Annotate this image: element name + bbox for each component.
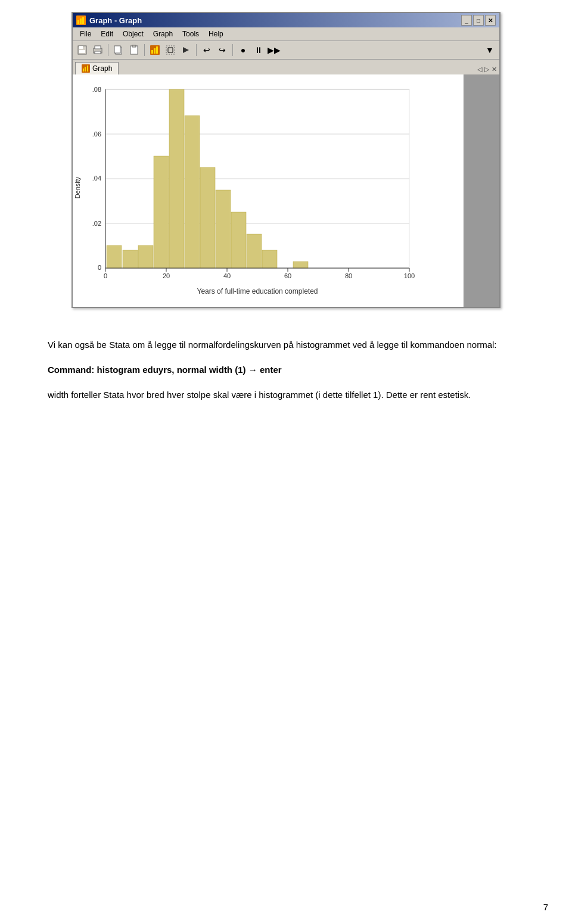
command-suffix: enter <box>260 365 282 375</box>
svg-rect-42 <box>216 190 231 268</box>
svg-rect-13 <box>132 45 136 47</box>
graph-tab-label: Graph <box>92 64 112 73</box>
toolbar-sep-4 <box>232 44 233 56</box>
maximize-button[interactable]: □ <box>473 15 484 26</box>
toolbar-sep-3 <box>196 44 197 56</box>
svg-rect-35 <box>107 245 122 268</box>
histogram-chart: 0 .02 .04 .06 .08 Density <box>73 80 430 301</box>
arrow-button[interactable] <box>179 43 193 57</box>
tab-graph-icon <box>82 64 90 73</box>
toolbar: ↩ ↪ ● ⏸ ▶▶ ▼ <box>73 41 499 60</box>
svg-text:40: 40 <box>223 272 231 279</box>
tab-bar: Graph ◁ ▷ ✕ <box>73 60 499 74</box>
page-number: 7 <box>543 902 548 912</box>
graph-icon <box>76 15 86 25</box>
svg-rect-5 <box>79 46 83 49</box>
minimize-button[interactable]: _ <box>461 15 472 26</box>
undo-button[interactable]: ↩ <box>200 43 214 57</box>
svg-rect-41 <box>200 167 215 268</box>
tab-next-button[interactable]: ▷ <box>484 66 489 73</box>
svg-text:.04: .04 <box>92 175 101 182</box>
command-line: Command: histogram eduyrs, normal width … <box>48 363 524 377</box>
svg-rect-38 <box>154 156 169 268</box>
title-bar: Graph - Graph _ □ ✕ <box>73 13 499 27</box>
svg-text:.06: .06 <box>92 130 101 138</box>
title-bar-left: Graph - Graph <box>76 15 142 25</box>
close-button[interactable]: ✕ <box>485 15 496 26</box>
svg-rect-16 <box>154 48 156 54</box>
svg-rect-37 <box>138 245 153 268</box>
save-button[interactable] <box>75 43 89 57</box>
print-button[interactable] <box>91 43 105 57</box>
menu-help[interactable]: Help <box>204 29 228 39</box>
stata-graph-window: Graph - Graph _ □ ✕ File Edit Object Gra… <box>72 12 500 308</box>
menu-edit[interactable]: Edit <box>96 29 118 39</box>
svg-rect-20 <box>83 69 84 71</box>
svg-rect-17 <box>156 46 158 54</box>
svg-rect-9 <box>95 51 101 54</box>
body-text: Vi kan også be Stata om å legge til norm… <box>24 326 548 425</box>
tab-prev-button[interactable]: ◁ <box>477 66 482 73</box>
chart-button[interactable] <box>148 43 162 57</box>
svg-text:100: 100 <box>404 272 415 279</box>
graph-area: 0 .02 .04 .06 .08 Density <box>73 74 499 307</box>
svg-rect-44 <box>247 234 262 268</box>
graph-scrollbar[interactable] <box>464 74 499 307</box>
svg-text:0: 0 <box>104 272 107 279</box>
svg-rect-21 <box>85 67 86 71</box>
command-text: histogram eduyrs, normal width (1) <box>97 365 246 375</box>
svg-text:60: 60 <box>284 272 291 279</box>
arrow-symbol: → <box>248 363 257 377</box>
svg-text:.02: .02 <box>92 220 101 227</box>
svg-text:20: 20 <box>163 272 170 279</box>
menu-graph[interactable]: Graph <box>148 29 178 39</box>
copy-button[interactable] <box>111 43 126 57</box>
svg-rect-2 <box>80 18 82 24</box>
svg-rect-46 <box>293 262 308 268</box>
paragraph-1: Vi kan også be Stata om å legge til norm… <box>48 338 524 352</box>
svg-rect-22 <box>87 66 88 71</box>
menu-bar: File Edit Object Graph Tools Help <box>73 27 499 41</box>
svg-text:.08: .08 <box>92 86 101 93</box>
svg-rect-18 <box>166 46 175 54</box>
redo-button[interactable]: ↪ <box>215 43 229 57</box>
pause-button[interactable]: ⏸ <box>251 43 266 57</box>
toolbar-sep-1 <box>108 44 108 56</box>
svg-rect-6 <box>79 50 85 53</box>
toolbar-sep-2 <box>144 44 145 56</box>
toolbar-dropdown[interactable]: ▼ <box>483 43 497 57</box>
select-button[interactable] <box>163 43 178 57</box>
svg-rect-36 <box>123 250 138 268</box>
svg-rect-11 <box>114 46 120 53</box>
svg-text:80: 80 <box>345 272 352 279</box>
graph-tab[interactable]: Graph <box>75 62 119 74</box>
svg-rect-1 <box>77 20 79 24</box>
title-bar-controls[interactable]: _ □ ✕ <box>461 15 496 26</box>
svg-rect-3 <box>82 17 84 24</box>
tab-close-button[interactable]: ✕ <box>492 66 497 73</box>
forward-button[interactable]: ▶▶ <box>267 43 281 57</box>
svg-rect-15 <box>151 50 153 54</box>
menu-file[interactable]: File <box>75 29 96 39</box>
play-button[interactable]: ● <box>236 43 250 57</box>
svg-rect-43 <box>231 212 246 268</box>
svg-rect-8 <box>95 46 101 49</box>
svg-rect-39 <box>169 89 184 268</box>
menu-tools[interactable]: Tools <box>178 29 204 39</box>
tab-nav: ◁ ▷ ✕ <box>477 66 497 74</box>
svg-text:0: 0 <box>98 264 101 271</box>
menu-object[interactable]: Object <box>118 29 148 39</box>
graph-main: 0 .02 .04 .06 .08 Density <box>73 74 464 307</box>
svg-text:Density: Density <box>74 176 81 198</box>
window-title: Graph - Graph <box>89 16 142 25</box>
paste-button[interactable] <box>127 43 141 57</box>
svg-text:Years of full-time education c: Years of full-time education completed <box>197 287 318 295</box>
svg-rect-45 <box>262 250 277 268</box>
paragraph-2: width forteller Stata hvor bred hver sto… <box>48 388 524 402</box>
svg-rect-40 <box>185 116 200 268</box>
command-prefix: Command: <box>48 365 97 375</box>
